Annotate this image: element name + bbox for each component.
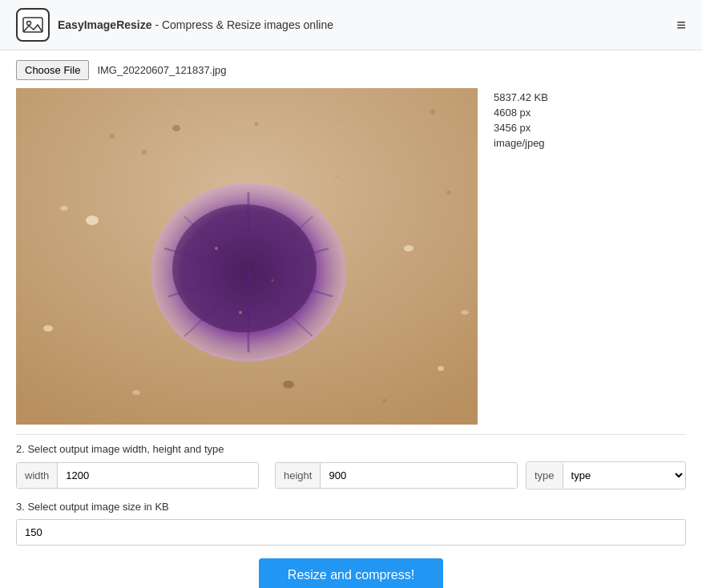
- svg-point-31: [38, 406, 42, 411]
- file-name-label: IMG_20220607_121837.jpg: [97, 64, 226, 76]
- resize-button-wrap: Resize and compress!: [16, 558, 686, 588]
- logo-icon: [16, 8, 50, 42]
- svg-point-10: [142, 150, 147, 155]
- step2-label: 2. Select output image width, height and…: [16, 443, 686, 455]
- svg-point-4: [110, 134, 115, 139]
- meta-width: 4608 px: [494, 107, 548, 119]
- meta-type: image/jpeg: [494, 137, 548, 149]
- width-group: width: [16, 462, 259, 489]
- svg-point-5: [175, 103, 178, 106]
- svg-point-19: [86, 215, 99, 225]
- svg-point-15: [132, 390, 140, 395]
- main-content: Choose File IMG_20220607_121837.jpg: [0, 50, 702, 588]
- svg-rect-0: [23, 18, 42, 32]
- svg-point-34: [335, 119, 338, 122]
- width-input[interactable]: [58, 463, 258, 488]
- svg-point-29: [272, 280, 274, 282]
- step3-label: 3. Select output image size in KB: [16, 501, 686, 513]
- resize-button[interactable]: Resize and compress!: [259, 558, 443, 588]
- meta-size: 5837.42 KB: [494, 91, 548, 103]
- image-preview: [16, 88, 478, 425]
- height-label: height: [276, 463, 321, 488]
- svg-point-7: [375, 143, 378, 146]
- svg-point-28: [215, 247, 218, 250]
- height-input[interactable]: [321, 463, 517, 488]
- svg-point-17: [43, 325, 53, 332]
- svg-point-21: [172, 204, 317, 332]
- svg-point-13: [60, 206, 68, 211]
- divider-1: [16, 434, 686, 435]
- svg-point-30: [239, 311, 242, 314]
- svg-point-12: [447, 191, 451, 195]
- svg-point-6: [255, 123, 259, 127]
- kb-input[interactable]: [17, 520, 685, 545]
- meta-height: 3456 px: [494, 122, 548, 134]
- svg-point-32: [95, 415, 98, 418]
- kb-input-wrap: [16, 519, 686, 546]
- type-label: type: [526, 463, 563, 488]
- image-metadata: 5837.42 KB 4608 px 3456 px image/jpeg: [494, 88, 548, 149]
- image-meta-row: 5837.42 KB 4608 px 3456 px image/jpeg: [16, 88, 686, 425]
- svg-point-9: [79, 167, 82, 170]
- svg-point-3: [54, 111, 58, 114]
- svg-point-11: [335, 175, 338, 178]
- svg-point-1: [27, 22, 31, 26]
- menu-icon[interactable]: ≡: [676, 16, 686, 34]
- app-header: EasyImageResize - Compress & Resize imag…: [0, 0, 702, 50]
- dimensions-row: width height type type jpeg png webp: [16, 461, 686, 489]
- svg-point-16: [438, 366, 444, 371]
- type-select[interactable]: type jpeg png webp: [563, 462, 685, 489]
- svg-point-8: [430, 110, 435, 115]
- choose-file-button[interactable]: Choose File: [16, 60, 89, 80]
- file-input-row: Choose File IMG_20220607_121837.jpg: [16, 60, 686, 80]
- app-title: EasyImageResize - Compress & Resize imag…: [58, 18, 333, 31]
- svg-point-36: [172, 125, 180, 131]
- width-label: width: [17, 463, 58, 488]
- logo-group: EasyImageResize - Compress & Resize imag…: [16, 8, 333, 42]
- svg-point-33: [383, 399, 387, 403]
- svg-point-18: [461, 310, 469, 315]
- svg-point-14: [404, 245, 414, 252]
- height-group: height: [275, 462, 518, 489]
- type-group: type type jpeg png webp: [526, 461, 686, 489]
- svg-point-35: [283, 381, 294, 389]
